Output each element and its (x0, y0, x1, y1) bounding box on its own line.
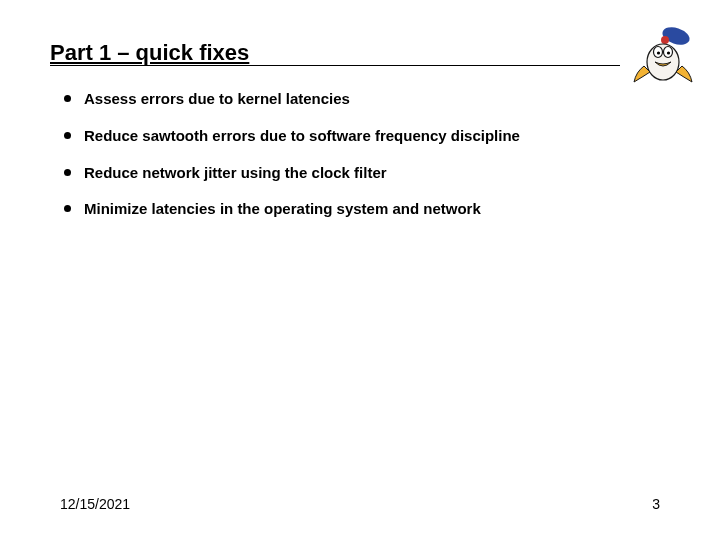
mascot-icon (628, 18, 698, 88)
page-number: 3 (652, 496, 660, 512)
list-item: Minimize latencies in the operating syst… (60, 200, 660, 219)
footer: 12/15/2021 3 (60, 496, 660, 512)
slide: Part 1 – quick fixes Assess errors due t… (0, 0, 720, 540)
svg-point-5 (657, 51, 660, 54)
header: Part 1 – quick fixes (50, 40, 670, 66)
svg-point-1 (661, 36, 669, 44)
content-area: Assess errors due to kernel latencies Re… (60, 90, 660, 237)
list-item: Reduce network jitter using the clock fi… (60, 164, 660, 183)
footer-date: 12/15/2021 (60, 496, 130, 512)
list-item: Reduce sawtooth errors due to software f… (60, 127, 660, 146)
svg-point-6 (667, 51, 670, 54)
svg-point-2 (647, 44, 679, 80)
bullet-list: Assess errors due to kernel latencies Re… (60, 90, 660, 219)
title-rule (50, 65, 620, 66)
list-item: Assess errors due to kernel latencies (60, 90, 660, 109)
slide-title: Part 1 – quick fixes (50, 40, 670, 66)
